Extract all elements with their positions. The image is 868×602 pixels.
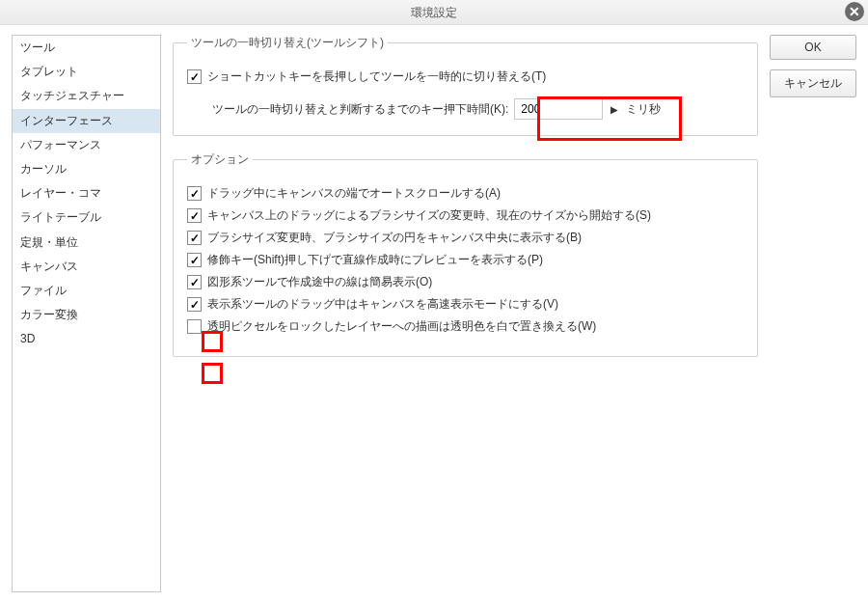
highlight-box-fast-display (202, 363, 223, 384)
row-option-brushsize-start: キャンバス上のドラッグによるブラシサイズの変更時、現在のサイズから開始する(S) (187, 207, 744, 224)
sidebar-item-tablet[interactable]: タブレット (13, 60, 160, 84)
sidebar-item-light-table[interactable]: ライトテーブル (13, 205, 160, 230)
label-duration: ツールの一時切り替えと判断するまでのキー押下時間(K): (212, 101, 508, 118)
sidebar-item-label: ツール (20, 41, 55, 54)
category-sidebar: ツール タブレット タッチジェスチャー インターフェース パフォーマンス カーソ… (12, 35, 161, 592)
sidebar-item-label: ライトテーブル (20, 210, 101, 224)
sidebar-item-performance[interactable]: パフォーマンス (13, 133, 160, 157)
spinner-arrow-icon[interactable]: ▶ (609, 104, 620, 115)
content-area: ツール タブレット タッチジェスチャー インターフェース パフォーマンス カーソ… (0, 25, 868, 602)
sidebar-item-3d[interactable]: 3D (13, 327, 160, 351)
sidebar-item-file[interactable]: ファイル (13, 279, 160, 303)
label-option: ドラッグ中にキャンバスの端でオートスクロールする(A) (207, 185, 501, 202)
checkbox-autoscroll[interactable] (187, 186, 202, 201)
cancel-button[interactable]: キャンセル (770, 69, 856, 97)
row-option-simple-line: 図形系ツールで作成途中の線は簡易表示(O) (187, 274, 744, 290)
titlebar: 環境設定 ✕ (0, 0, 868, 25)
sidebar-item-label: カーソル (20, 162, 67, 176)
dialog-buttons: OK キャンセル (770, 35, 856, 592)
sidebar-item-interface[interactable]: インターフェース (13, 109, 160, 133)
sidebar-item-label: タッチジェスチャー (20, 89, 124, 102)
checkbox-simple-line[interactable] (187, 275, 202, 289)
checkbox-brushsize-center[interactable] (187, 231, 202, 245)
sidebar-item-label: レイヤー・コマ (20, 186, 101, 200)
checkbox-temp-switch[interactable] (187, 69, 202, 84)
main-panel: ツールの一時切り替え(ツールシフト) ショートカットキーを長押ししてツールを一時… (173, 35, 758, 592)
window-title: 環境設定 (411, 6, 457, 19)
sidebar-item-layer-frame[interactable]: レイヤー・コマ (13, 181, 160, 205)
sidebar-item-color-conversion[interactable]: カラー変換 (13, 303, 160, 327)
sidebar-item-ruler-unit[interactable]: 定規・単位 (13, 231, 160, 255)
input-duration[interactable] (514, 98, 603, 120)
sidebar-item-label: タブレット (20, 65, 78, 78)
sidebar-item-label: パフォーマンス (20, 138, 101, 151)
cancel-button-label: キャンセル (784, 76, 842, 90)
row-option-shift-preview: 修飾キー(Shift)押し下げで直線作成時にプレビューを表示する(P) (187, 252, 744, 268)
sidebar-item-canvas[interactable]: キャンバス (13, 255, 160, 279)
sidebar-item-label: 定規・単位 (20, 235, 78, 249)
close-icon: ✕ (849, 4, 860, 19)
label-duration-unit: ミリ秒 (626, 101, 661, 118)
group-options: オプション ドラッグ中にキャンバスの端でオートスクロールする(A) キャンバス上… (173, 151, 758, 357)
row-temp-switch: ショートカットキーを長押ししてツールを一時的に切り替える(T) (187, 68, 744, 85)
label-option: 修飾キー(Shift)押し下げで直線作成時にプレビューを表示する(P) (207, 252, 543, 268)
checkbox-brushsize-start[interactable] (187, 208, 202, 223)
checkbox-transparent-white[interactable] (187, 319, 202, 334)
row-option-transparent-white: 透明ピクセルをロックしたレイヤーへの描画は透明色を白で置き換える(W) (187, 318, 744, 335)
sidebar-item-label: インターフェース (20, 114, 113, 127)
sidebar-item-label: 3D (20, 332, 35, 345)
label-option: ブラシサイズ変更時、ブラシサイズの円をキャンバス中央に表示する(B) (207, 230, 582, 246)
label-option: キャンバス上のドラッグによるブラシサイズの変更時、現在のサイズから開始する(S) (207, 207, 651, 224)
ok-button-label: OK (804, 41, 821, 54)
row-option-fast-display: 表示系ツールのドラッグ中はキャンバスを高速表示モードにする(V) (187, 296, 744, 313)
checkbox-shift-preview[interactable] (187, 253, 202, 267)
row-option-autoscroll: ドラッグ中にキャンバスの端でオートスクロールする(A) (187, 185, 744, 202)
sidebar-item-label: ファイル (20, 284, 67, 297)
group-toolshift: ツールの一時切り替え(ツールシフト) ショートカットキーを長押ししてツールを一時… (173, 35, 758, 136)
sidebar-item-cursor[interactable]: カーソル (13, 157, 160, 181)
close-button[interactable]: ✕ (845, 2, 864, 21)
ok-button[interactable]: OK (770, 35, 856, 60)
label-temp-switch: ショートカットキーを長押ししてツールを一時的に切り替える(T) (207, 68, 546, 85)
group-options-legend: オプション (187, 151, 253, 168)
sidebar-item-tool[interactable]: ツール (13, 36, 160, 60)
sidebar-item-label: カラー変換 (20, 308, 78, 321)
checkbox-fast-display[interactable] (187, 297, 202, 312)
row-option-brushsize-center: ブラシサイズ変更時、ブラシサイズの円をキャンバス中央に表示する(B) (187, 230, 744, 246)
group-toolshift-legend: ツールの一時切り替え(ツールシフト) (187, 35, 388, 51)
sidebar-item-touch-gesture[interactable]: タッチジェスチャー (13, 84, 160, 108)
label-option: 透明ピクセルをロックしたレイヤーへの描画は透明色を白で置き換える(W) (207, 318, 596, 335)
label-option: 図形系ツールで作成途中の線は簡易表示(O) (207, 274, 432, 290)
sidebar-item-label: キャンバス (20, 260, 78, 273)
label-option: 表示系ツールのドラッグ中はキャンバスを高速表示モードにする(V) (207, 296, 558, 313)
row-duration: ツールの一時切り替えと判断するまでのキー押下時間(K): ▶ ミリ秒 (212, 98, 744, 120)
